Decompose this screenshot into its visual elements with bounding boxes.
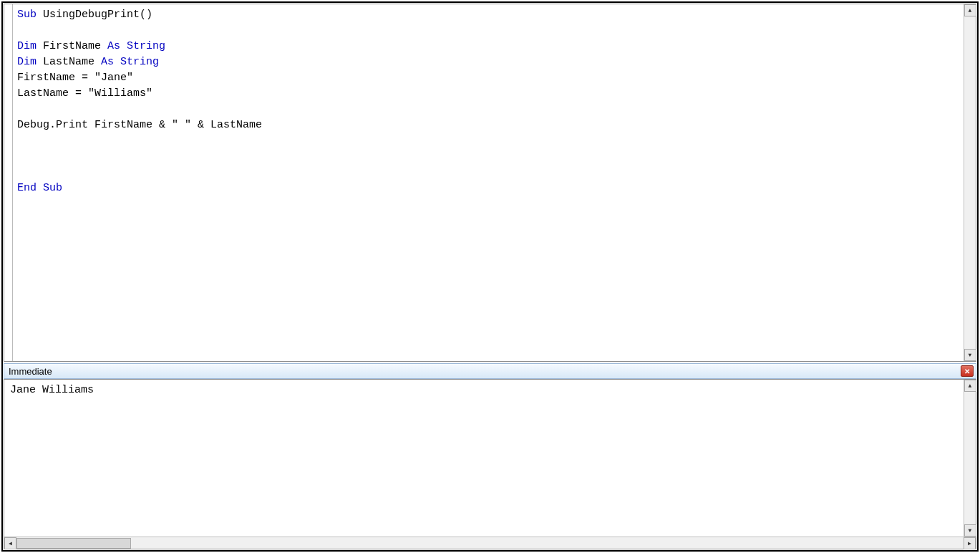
scroll-right-button[interactable]: ▶ <box>964 537 976 549</box>
scroll-thumb[interactable] <box>16 538 131 549</box>
vba-editor-window: Sub UsingDebugPrint() Dim FirstName As S… <box>1 1 979 552</box>
code-line[interactable]: LastName = "Williams" <box>17 86 959 102</box>
immediate-output-text: Jane Williams <box>10 384 94 396</box>
code-pane: Sub UsingDebugPrint() Dim FirstName As S… <box>4 4 976 362</box>
code-line[interactable] <box>17 133 959 149</box>
code-line[interactable]: End Sub <box>17 181 959 196</box>
scroll-up-button[interactable]: ▲ <box>964 380 976 392</box>
code-line[interactable] <box>17 23 959 39</box>
code-vertical-scrollbar[interactable]: ▲ ▼ <box>964 4 976 361</box>
immediate-titlebar[interactable]: Immediate ✕ <box>4 363 976 379</box>
scroll-down-button[interactable]: ▼ <box>964 524 976 537</box>
immediate-title-text: Immediate <box>9 366 52 377</box>
close-icon[interactable]: ✕ <box>961 365 974 377</box>
immediate-pane: Immediate ✕ Jane Williams ▲ ▼ ◀ ▶ <box>4 363 976 549</box>
code-line[interactable] <box>17 102 959 117</box>
code-body: Sub UsingDebugPrint() Dim FirstName As S… <box>4 4 976 361</box>
immediate-vertical-scrollbar[interactable]: ▲ ▼ <box>964 380 976 537</box>
code-line[interactable]: FirstName = "Jane" <box>17 70 959 86</box>
code-line[interactable]: Dim FirstName As String <box>17 39 959 54</box>
breakpoint-margin[interactable] <box>4 4 13 361</box>
immediate-output[interactable]: Jane Williams <box>4 380 964 537</box>
code-line[interactable]: Dim LastName As String <box>17 54 959 70</box>
code-line[interactable]: Sub UsingDebugPrint() <box>17 7 959 23</box>
code-line[interactable]: Debug.Print FirstName & " " & LastName <box>17 117 959 133</box>
immediate-body: Jane Williams ▲ ▼ ◀ ▶ <box>4 379 976 549</box>
scroll-up-button[interactable]: ▲ <box>964 4 976 16</box>
code-editor[interactable]: Sub UsingDebugPrint() Dim FirstName As S… <box>13 4 964 361</box>
scroll-left-button[interactable]: ◀ <box>4 537 16 549</box>
code-line[interactable] <box>17 165 959 181</box>
immediate-horizontal-scrollbar[interactable]: ◀ ▶ <box>4 537 976 549</box>
code-line[interactable] <box>17 149 959 165</box>
scroll-down-button[interactable]: ▼ <box>964 349 976 361</box>
